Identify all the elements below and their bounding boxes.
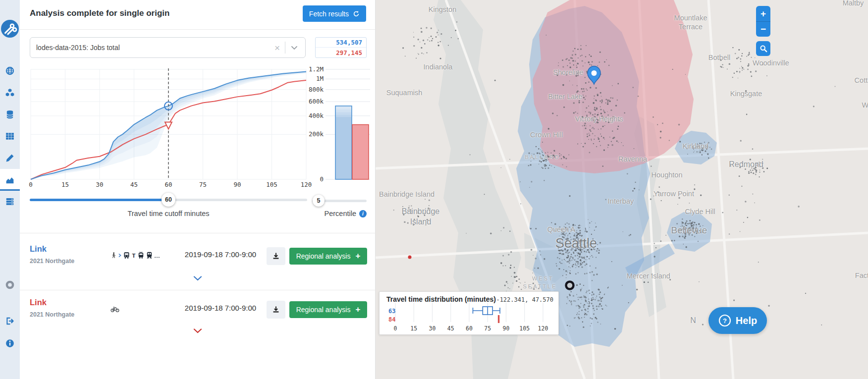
sidebar-item-info[interactable] [0, 332, 20, 354]
svg-text:90: 90 [233, 181, 241, 188]
download-results-button[interactable] [267, 301, 285, 319]
svg-text:15: 15 [61, 181, 69, 188]
regional-server-icon [5, 197, 14, 206]
svg-text:60: 60 [466, 325, 473, 332]
mode-letter-t-icon: T [131, 251, 136, 260]
percentile-value: 5 [317, 197, 321, 204]
percentile-slider[interactable]: 5 [312, 194, 367, 208]
svg-text:1M: 1M [316, 75, 324, 82]
travel-time-distribution-card: Travel time distribution (minutes) -122.… [379, 291, 559, 335]
comparison-origin-marker [566, 282, 574, 289]
pencil-icon [5, 154, 14, 162]
zoom-in-button[interactable]: + [756, 6, 770, 21]
sidebar-item-regional-server[interactable] [0, 191, 20, 213]
accessibility-chart[interactable]: 01530456075901051201.2M1M800k600k400k200… [24, 64, 374, 193]
regional-analysis-label: Regional analysis [296, 306, 351, 314]
sidebar-item-dot-circle[interactable] [0, 274, 20, 296]
svg-text:400k: 400k [309, 112, 324, 119]
analysis-panel: Analysis complete for single origin Fetc… [20, 0, 376, 379]
svg-text:0: 0 [29, 181, 33, 188]
conveyal-logo-icon[interactable] [1, 20, 19, 38]
panel-header: Analysis complete for single origin Fetc… [20, 0, 375, 30]
download-results-button[interactable] [267, 247, 285, 265]
svg-text:15: 15 [410, 325, 417, 332]
cubes-icon [5, 88, 14, 97]
svg-text:0: 0 [320, 175, 324, 183]
plus-icon: + [355, 305, 360, 315]
scenario-project-name: 2021 Northgate [30, 311, 74, 318]
cutoff-value: 60 [165, 196, 172, 203]
question-mark-icon: ? [718, 314, 731, 327]
comparison-accessibility-value: 297,145 [316, 48, 366, 57]
travel-time-cutoff-slider[interactable]: 60 [30, 193, 307, 207]
svg-text:120: 120 [301, 181, 312, 188]
scenario-project-name: 2021 Northgate [30, 258, 74, 265]
expand-scenario-chevron-icon[interactable] [193, 326, 203, 332]
fetch-results-label: Fetch results [309, 10, 349, 18]
scenario-row: Link2021 NorthgateT2019-09-18 7:00-9:00R… [20, 244, 375, 272]
mode-ellipsis-icon [154, 251, 160, 260]
info-icon[interactable]: i [359, 210, 367, 217]
svg-text:105: 105 [519, 325, 530, 332]
page-title: Analysis complete for single origin [30, 8, 169, 18]
svg-text:T: T [132, 252, 136, 258]
mode-bus-icon [123, 251, 130, 260]
red-dot-marker [408, 256, 412, 259]
help-button[interactable]: ? Help [708, 307, 767, 334]
cutoff-slider-label: Travel time cutoff minutes [30, 210, 307, 217]
svg-text:63: 63 [388, 308, 395, 315]
svg-text:30: 30 [429, 325, 436, 332]
sidebar-item-sign-out[interactable] [0, 310, 20, 332]
scenario-date-time: 2019-09-18 7:00-9:00 [176, 250, 265, 259]
sidebar-item-grid[interactable] [0, 125, 20, 147]
comparison-isochrone [533, 0, 694, 173]
svg-text:75: 75 [199, 181, 207, 188]
sidebar-item-pencil[interactable] [0, 147, 20, 169]
clear-selection-icon[interactable]: × [270, 43, 285, 53]
scenario-link[interactable]: Link [30, 298, 47, 307]
mode-tram-icon [137, 251, 145, 260]
svg-text:1.2M: 1.2M [309, 65, 324, 73]
mode-bike-icon [110, 305, 119, 313]
map-zoom-control: + − [756, 6, 770, 37]
globe-icon [5, 66, 14, 75]
grid-icon [5, 132, 14, 141]
divider [20, 233, 375, 233]
sidebar-item-database[interactable] [0, 104, 20, 125]
sidebar-item-globe[interactable] [0, 60, 20, 82]
svg-text:600k: 600k [309, 98, 324, 105]
mode-chevron-icon [118, 251, 122, 260]
svg-text:45: 45 [447, 325, 454, 332]
chevron-down-icon[interactable] [285, 43, 299, 52]
cutoff-slider-handle[interactable]: 60 [162, 193, 175, 207]
accessibility-results-box: 534,507 297,145 [315, 37, 367, 58]
sidebar-item-analysis-chart[interactable] [0, 169, 20, 191]
svg-text:?: ? [723, 317, 727, 325]
svg-text:800k: 800k [309, 86, 324, 93]
regional-analysis-button[interactable]: Regional analysis+ [289, 248, 367, 265]
info-icon [5, 339, 14, 348]
svg-text:105: 105 [266, 181, 277, 188]
download-icon [272, 252, 280, 260]
destination-layer-select[interactable]: lodes-data-2015: Jobs total × [30, 37, 306, 58]
sign-out-icon [5, 317, 14, 325]
regional-analysis-button[interactable]: Regional analysis+ [289, 301, 367, 318]
scenario-row: Link2021 Northgate2019-09-18 7:00-9:00Re… [20, 298, 375, 325]
svg-text:75: 75 [484, 325, 491, 332]
percentile-slider-handle[interactable]: 5 [313, 195, 325, 207]
sidebar-item-cubes[interactable] [0, 82, 20, 104]
svg-text:0: 0 [394, 325, 397, 332]
map-search-button[interactable] [756, 41, 770, 56]
sidebar [0, 0, 20, 379]
search-icon [760, 45, 767, 53]
database-icon [5, 110, 14, 119]
expand-scenario-chevron-icon[interactable] [193, 274, 203, 280]
plus-icon: + [355, 251, 360, 261]
scenario-link[interactable]: Link [30, 244, 47, 254]
svg-text:45: 45 [130, 181, 138, 188]
map[interactable]: KingstonMaltbyMountlakeTerraceBothellWoo… [376, 0, 868, 379]
fetch-results-button[interactable]: Fetch results [303, 5, 366, 22]
percentile-slider-label: Percentile [325, 210, 356, 217]
download-icon [272, 306, 280, 314]
zoom-out-button[interactable]: − [756, 21, 770, 37]
